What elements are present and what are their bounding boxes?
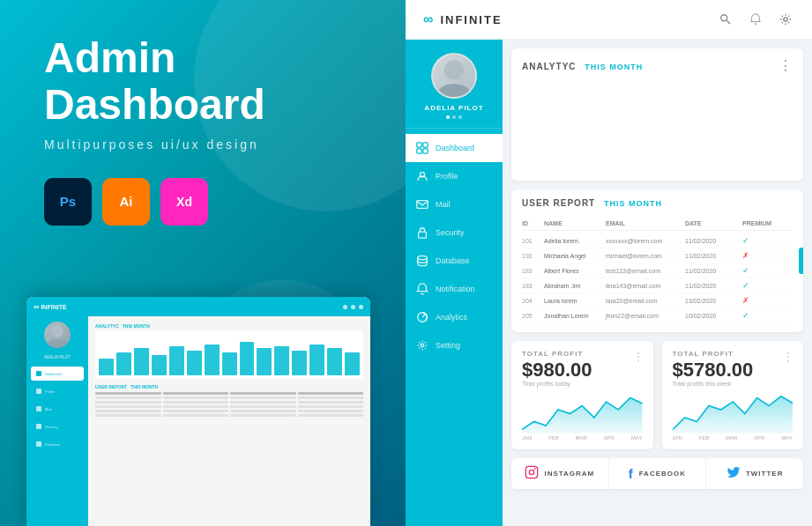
profit-week-amount: $5780.00 xyxy=(673,359,793,381)
profit-row: ⋮ TOTAL PROFIT $980.00 Total profits tod… xyxy=(511,341,803,449)
mini-header: ∞ INFINITE xyxy=(26,297,370,316)
twitter-icon xyxy=(726,465,741,482)
sidebar-label-security: Security xyxy=(436,228,465,237)
illustrator-badge: Ai xyxy=(102,178,150,226)
user-report-section: USER REPORT THIS MONTH ID NAME EMAIL DAT… xyxy=(511,189,803,332)
sidebar-item-security[interactable]: Security xyxy=(406,219,503,247)
mini-body: ADELIA PILOT Dashboard Profile Mail Secu… xyxy=(26,316,370,526)
sidebar-label-database: Database xyxy=(436,256,470,265)
mini-content: ANALYTYC THIS MONTH xyxy=(88,316,370,526)
profit-today-x-labels: JANFEBMARAPRMAY xyxy=(522,435,643,441)
analytics-header: ANALYTYC THIS MONTH ⋮ xyxy=(522,59,793,73)
tool-badges: Ps Ai Xd xyxy=(44,178,361,226)
svg-point-6 xyxy=(444,60,464,79)
col-name: NAME xyxy=(544,220,606,226)
svg-rect-9 xyxy=(423,143,428,147)
profit-today-chart xyxy=(522,394,643,433)
table-row: 183 Albert Flores test123@email.com 11/0… xyxy=(522,263,793,278)
brand-name: INFINITE xyxy=(440,13,502,26)
navbar: ∞ INFINITE xyxy=(406,0,812,40)
sidebar-label-profile: Profile xyxy=(436,172,458,181)
avatar xyxy=(431,53,477,99)
analytics-more-btn[interactable]: ⋮ xyxy=(778,59,793,73)
svg-point-21 xyxy=(530,470,534,475)
right-panel: ∞ INFINITE xyxy=(406,0,812,526)
social-twitter[interactable]: TWITTER xyxy=(706,458,803,489)
col-premium: PREMIUM xyxy=(742,220,793,226)
sidebar-label-analytics: Analytics xyxy=(436,313,467,322)
infinity-icon: ∞ xyxy=(423,11,435,27)
mini-profile-name: ADELIA PILOT xyxy=(44,355,71,359)
mini-bar-chart xyxy=(95,330,363,379)
mini-analytics-title: ANALYTYC THIS MONTH xyxy=(95,323,363,329)
svg-rect-20 xyxy=(526,467,538,478)
social-footer: INSTAGRAM f FACEBOOK TWITTER xyxy=(511,458,803,489)
svg-rect-10 xyxy=(417,149,421,153)
analytics-section: ANALYTYC THIS MONTH ⋮ xyxy=(511,48,803,181)
sidebar-item-analytics[interactable]: Analytics xyxy=(406,303,503,331)
sidebar-nav: Dashboard Profile Mail Security Database xyxy=(406,129,503,359)
mini-nav-security: Security xyxy=(31,419,84,433)
page-title: AdminDashboard xyxy=(44,35,361,129)
mini-nav-dashboard: Dashboard xyxy=(31,367,84,381)
svg-point-5 xyxy=(784,18,787,21)
col-date: DATE xyxy=(685,220,742,226)
sidebar-item-database[interactable]: Database xyxy=(406,247,503,275)
main-content: ANALYTYC THIS MONTH ⋮ xyxy=(503,40,812,526)
social-facebook[interactable]: f FACEBOOK xyxy=(609,458,707,489)
svg-rect-14 xyxy=(419,232,427,238)
gear-icon[interactable] xyxy=(777,11,794,28)
svg-rect-13 xyxy=(417,201,428,209)
col-id: ID xyxy=(522,220,544,226)
profit-week-card: ⋮ TOTAL PROFIT $5780.00 Total profits th… xyxy=(662,341,804,449)
svg-line-3 xyxy=(726,20,730,24)
table-row: 192 Michaela Angel michael@lorem.com 11/… xyxy=(522,248,793,263)
profit-week-x-labels: JANFEBMARAPRMAY xyxy=(673,435,793,441)
svg-point-17 xyxy=(421,344,424,347)
social-instagram[interactable]: INSTAGRAM xyxy=(511,458,609,489)
sidebar-item-setting[interactable]: Setting xyxy=(406,331,503,359)
profit-today-sublabel: Total profits today xyxy=(522,381,643,387)
navbar-actions xyxy=(717,11,794,28)
page-subtitle: Multipurposes ui/ux design xyxy=(44,137,361,152)
table-row: 205 Jonathan Lorem jhon22@email.com 10/0… xyxy=(522,308,793,323)
svg-rect-11 xyxy=(423,149,428,153)
report-title: USER REPORT THIS MONTH xyxy=(522,198,662,208)
profit-today-amount: $980.00 xyxy=(522,359,643,381)
sidebar-item-notification[interactable]: Notification xyxy=(406,275,503,303)
facebook-icon: f xyxy=(629,467,634,481)
mini-nav-profile: Profile xyxy=(31,384,84,398)
report-header: USER REPORT THIS MONTH xyxy=(522,198,793,208)
mini-sidebar: ADELIA PILOT Dashboard Profile Mail Secu… xyxy=(26,316,88,526)
search-icon[interactable] xyxy=(717,11,734,28)
sidebar-item-dashboard[interactable]: Dashboard xyxy=(406,134,503,162)
svg-point-0 xyxy=(51,325,63,337)
svg-point-7 xyxy=(438,84,471,99)
sidebar: ADELIA PILOT Dashboard Profile xyxy=(406,40,503,526)
svg-point-22 xyxy=(535,469,536,470)
social-twitter-label: TWITTER xyxy=(746,470,784,478)
svg-point-2 xyxy=(721,15,727,21)
bell-icon[interactable] xyxy=(747,11,764,28)
mini-table xyxy=(95,392,363,417)
mini-brand: ∞ INFINITE xyxy=(34,302,67,311)
sidebar-item-mail[interactable]: Mail xyxy=(406,190,503,219)
analytics-title: ANALYTYC THIS MONTH xyxy=(522,62,643,71)
profile-status-dots xyxy=(446,115,462,119)
svg-rect-8 xyxy=(417,143,421,147)
profit-week-more-btn[interactable]: ⋮ xyxy=(782,350,794,364)
mini-header-icons xyxy=(343,305,363,309)
sidebar-item-profile[interactable]: Profile xyxy=(406,162,503,190)
profit-today-label: TOTAL PROFIT xyxy=(522,350,643,358)
profit-today-more-btn[interactable]: ⋮ xyxy=(632,350,644,364)
profit-week-chart xyxy=(673,394,793,433)
col-email: EMAIL xyxy=(606,220,685,226)
svg-point-1 xyxy=(47,339,68,348)
sidebar-label-dashboard: Dashboard xyxy=(436,144,474,152)
xd-badge: Xd xyxy=(160,178,208,226)
photoshop-badge: Ps xyxy=(44,178,92,226)
table-row: 183 Abraham .lim ibra143@email.com 11/02… xyxy=(522,278,793,293)
analytics-chart-wrapper xyxy=(522,82,793,170)
sidebar-label-setting: Setting xyxy=(436,341,460,350)
mini-preview: ∞ INFINITE ADELIA PILOT xyxy=(26,297,370,526)
